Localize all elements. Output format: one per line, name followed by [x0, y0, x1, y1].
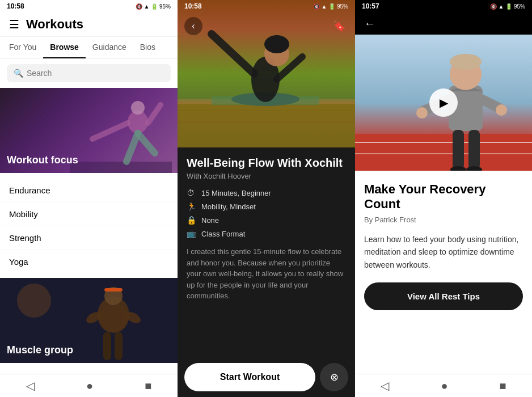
app-header: ☰ Workouts [0, 12, 178, 37]
status-time-1: 10:58 [7, 2, 24, 10]
app-title: Workouts [26, 17, 83, 32]
equipment-icon: 🔒 [187, 216, 197, 225]
meta-focus: 🏃 Mobility, Mindset [187, 202, 346, 211]
panel-recovery-article: 10:57 🔇 ▲ 🔋 95% ← [355, 0, 532, 397]
video-thumbnail[interactable]: ▶ [355, 35, 532, 171]
workout-title: Well-Being Flow With Xochilt [187, 157, 346, 170]
svg-point-38 [496, 104, 507, 116]
focus-item-strength[interactable]: Strength [0, 226, 178, 250]
share-icon: ⊗ [330, 371, 339, 383]
focus-item-endurance[interactable]: Endurance [0, 179, 178, 202]
panel-workouts-browse: 10:58 🔇 ▲ 🔋 95% ☰ Workouts For You Brows… [0, 0, 178, 397]
equipment-text: None [201, 216, 219, 225]
status-bar-1: 10:58 🔇 ▲ 🔋 95% [0, 0, 178, 12]
tab-guidance[interactable]: Guidance [86, 37, 133, 58]
search-input[interactable] [27, 69, 164, 78]
tab-bios[interactable]: Bios [133, 37, 162, 58]
status-icons-3: 🔇 ▲ 🔋 95% [490, 3, 525, 10]
svg-line-5 [138, 133, 155, 153]
back-nav-icon-3[interactable]: ◁ [381, 379, 389, 392]
recents-nav-icon[interactable]: ■ [145, 379, 151, 392]
recents-nav-icon-3[interactable]: ■ [499, 379, 506, 392]
home-nav-icon[interactable]: ● [86, 379, 93, 392]
tab-browse[interactable]: Browse [43, 37, 86, 58]
article-description: Learn how to feed your body using nutrit… [364, 233, 523, 271]
format-icon: 📺 [187, 229, 197, 238]
focus-item-yoga[interactable]: Yoga [0, 250, 178, 273]
workout-focus-label: Workout focus [7, 154, 78, 166]
workout-hero-image: ‹ 🔖 [178, 0, 355, 147]
svg-line-4 [126, 133, 138, 162]
format-text: Class Format [201, 230, 245, 238]
share-button[interactable]: ⊗ [320, 363, 348, 391]
svg-point-2 [131, 101, 145, 115]
back-arrow-icon[interactable]: ← [364, 17, 375, 30]
svg-line-3 [92, 123, 128, 139]
meta-format: 📺 Class Format [187, 229, 346, 238]
tab-for-you[interactable]: For You [2, 37, 43, 58]
duration-text: 15 Minutes, Beginner [201, 189, 271, 197]
tab-bar: For You Browse Guidance Bios [0, 37, 178, 58]
workout-meta: ⏱ 15 Minutes, Beginner 🏃 Mobility, Minds… [187, 188, 346, 238]
focus-text: Mobility, Mindset [201, 202, 256, 211]
back-button[interactable]: ‹ [184, 17, 202, 35]
svg-rect-15 [115, 332, 123, 360]
panel-workout-detail: 10:58 🔇 ▲ 🔋 95% ‹ 🔖 [178, 0, 355, 397]
svg-line-26 [212, 34, 254, 74]
meta-equipment: 🔒 None [187, 216, 346, 225]
panel2-bottom-bar: Start Workout ⊗ [178, 357, 355, 397]
svg-rect-0 [70, 162, 172, 173]
duration-icon: ⏱ [187, 188, 197, 197]
yoga-figure-illustration [70, 88, 172, 173]
svg-point-8 [17, 284, 51, 318]
svg-rect-17 [178, 102, 355, 147]
play-button[interactable]: ▶ [429, 88, 458, 117]
start-workout-button[interactable]: Start Workout [184, 363, 315, 391]
status-bar-3: 10:57 🔇 ▲ 🔋 95% [355, 0, 532, 12]
svg-point-34 [450, 54, 482, 70]
status-icons-2: 🔇 ▲ 🔋 95% [313, 3, 348, 10]
focus-icon: 🏃 [187, 202, 197, 211]
muscle-group-label: Muscle group [7, 344, 73, 356]
article-content: Make Your Recovery Count By Patrick Fros… [355, 171, 532, 397]
play-icon: ▶ [440, 96, 448, 109]
search-icon: 🔍 [14, 69, 23, 78]
status-bar-2: 10:58 🔇 ▲ 🔋 95% [178, 0, 355, 12]
status-time-2: 10:58 [184, 2, 202, 10]
view-all-rest-tips-button[interactable]: View All Rest Tips [364, 282, 523, 310]
workout-focus-card[interactable]: Workout focus [0, 88, 178, 173]
panel2-header-icons: ‹ 🔖 [178, 12, 355, 40]
svg-rect-14 [103, 332, 111, 360]
focus-list: Endurance Mobility Strength Yoga [0, 174, 178, 278]
workout-description: I created this gentle 15-minute flow to … [187, 246, 346, 302]
home-nav-icon-3[interactable]: ● [441, 379, 447, 392]
article-title: Make Your Recovery Count [364, 182, 523, 212]
svg-rect-16 [104, 288, 123, 292]
status-icons-1: 🔇 ▲ 🔋 95% [136, 3, 171, 10]
bookmark-button[interactable]: 🔖 [330, 17, 348, 35]
panel3-header: ← [355, 12, 532, 35]
svg-rect-40 [468, 130, 480, 170]
nav-bar-3: ◁ ● ■ [355, 374, 532, 397]
workout-focus-overlay: Workout focus [7, 154, 78, 166]
svg-rect-29 [355, 134, 532, 171]
focus-item-mobility[interactable]: Mobility [0, 202, 178, 226]
search-bar[interactable]: 🔍 [7, 64, 171, 82]
svg-line-6 [148, 105, 161, 123]
workout-instructor: With Xochilt Hoover [187, 172, 346, 180]
hamburger-menu-icon[interactable]: ☰ [9, 18, 19, 31]
article-author: By Patrick Frost [364, 216, 523, 224]
back-nav-icon[interactable]: ◁ [26, 379, 35, 392]
status-time-3: 10:57 [362, 2, 379, 10]
muscle-group-overlay: Muscle group [7, 344, 73, 356]
svg-point-36 [416, 107, 428, 119]
svg-rect-39 [453, 130, 464, 170]
muscle-group-card[interactable]: Muscle group [0, 278, 178, 363]
meta-duration: ⏱ 15 Minutes, Beginner [187, 188, 346, 197]
nav-bar-1: ◁ ● ■ [0, 374, 178, 397]
